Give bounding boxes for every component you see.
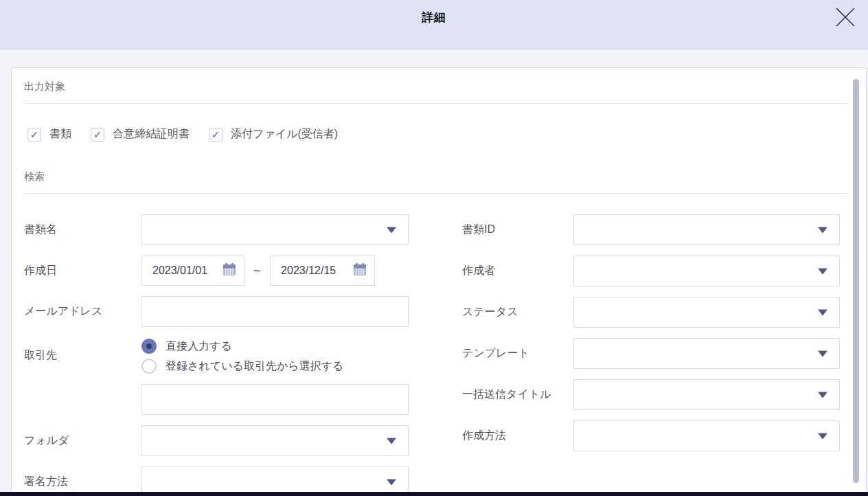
document-id-label: 書類ID — [462, 223, 573, 237]
checkbox-label: 合意締結証明書 — [113, 127, 190, 142]
close-icon — [833, 5, 858, 32]
date-from-input[interactable]: 2023/01/01 — [141, 256, 244, 286]
folder-select[interactable] — [141, 425, 409, 456]
row-document-id: 書類ID — [462, 214, 841, 245]
checkbox-label: 添付ファイル(受信者) — [231, 127, 338, 142]
signature-method-label: 署名方法 — [24, 475, 141, 489]
date-to-input[interactable]: 2023/12/15 — [270, 256, 375, 286]
radio-unselected-icon[interactable] — [141, 359, 157, 374]
radio-direct-input[interactable]: 直接入力する — [141, 339, 343, 354]
row-template: テンプレート — [462, 338, 841, 369]
output-checkbox-row: ✓ 書類 ✓ 合意締結証明書 ✓ 添付ファイル(受信者) — [27, 127, 848, 142]
creation-method-label: 作成方法 — [462, 429, 573, 443]
row-creator: 作成者 — [462, 256, 841, 286]
dialog-header: 詳細 — [0, 0, 868, 49]
date-from-value: 2023/01/01 — [152, 264, 207, 277]
radio-select-registered[interactable]: 登録されている取引先から選択する — [141, 359, 343, 374]
email-label: メールアドレス — [24, 304, 141, 319]
dropdown-caret-icon — [818, 268, 827, 274]
template-select[interactable] — [573, 338, 840, 369]
row-status: ステータス — [462, 297, 841, 328]
dropdown-caret-icon — [818, 227, 827, 233]
radio-selected-icon[interactable] — [141, 339, 157, 354]
bulk-send-title-select[interactable] — [573, 379, 840, 410]
radio-label: 登録されている取引先から選択する — [165, 359, 343, 374]
row-document-name: 書類名 — [24, 214, 414, 245]
status-select[interactable] — [573, 297, 840, 328]
document-name-select[interactable] — [141, 214, 409, 245]
search-section-title: 検索 — [24, 165, 848, 194]
close-button[interactable] — [831, 4, 860, 33]
partner-input[interactable] — [141, 384, 409, 415]
row-partner: 取引先 直接入力する 登録されている取引先から選択する — [24, 337, 414, 374]
dropdown-caret-icon — [818, 392, 827, 398]
details-panel: 出力対象 ✓ 書類 ✓ 合意締結証明書 ✓ 添付ファイル(受信者) 検索 書類名 — [11, 67, 867, 496]
row-creation-method: 作成方法 — [462, 420, 841, 451]
dropdown-caret-icon — [387, 227, 396, 233]
row-bulk-send-title: 一括送信タイトル — [462, 379, 841, 410]
folder-label: フォルダ — [24, 433, 141, 448]
dropdown-caret-icon — [818, 433, 827, 439]
row-created-date: 作成日 2023/01/01 — [24, 256, 414, 286]
output-section-title: 出力対象 — [24, 75, 848, 104]
date-range-separator: ~ — [253, 263, 261, 278]
scrollbar-thumb[interactable] — [853, 79, 859, 483]
dropdown-caret-icon — [387, 438, 396, 444]
checkbox-attached-files[interactable]: ✓ 添付ファイル(受信者) — [209, 127, 338, 142]
dialog-title: 詳細 — [0, 10, 868, 25]
created-date-range: 2023/01/01 — [141, 256, 375, 286]
partner-label: 取引先 — [24, 348, 141, 363]
bottom-edge-bar — [0, 492, 868, 496]
checkbox-checked-icon[interactable]: ✓ — [209, 128, 222, 142]
form-column-right: 書類ID 作成者 ステータス — [462, 214, 841, 496]
checkbox-label: 書類 — [49, 127, 71, 142]
row-folder: フォルダ — [24, 425, 414, 456]
radio-label: 直接入力する — [165, 339, 232, 354]
creator-label: 作成者 — [462, 264, 573, 278]
dropdown-caret-icon — [818, 350, 827, 357]
checkbox-checked-icon[interactable]: ✓ — [27, 128, 41, 142]
row-partner-input — [24, 384, 414, 415]
form-column-left: 書類名 作成日 2023/01/01 — [24, 214, 414, 496]
bulk-send-title-label: 一括送信タイトル — [462, 387, 573, 402]
search-section: 検索 書類名 作成日 2023/01/01 — [24, 165, 848, 496]
document-id-select[interactable] — [573, 214, 840, 245]
checkbox-checked-icon[interactable]: ✓ — [91, 128, 104, 142]
creation-method-select[interactable] — [573, 420, 840, 451]
template-label: テンプレート — [462, 346, 573, 361]
calendar-icon[interactable] — [222, 262, 236, 279]
calendar-icon[interactable] — [353, 262, 367, 279]
checkbox-agreement-certificate[interactable]: ✓ 合意締結証明書 — [91, 127, 190, 142]
created-date-label: 作成日 — [24, 264, 141, 278]
document-name-label: 書類名 — [24, 223, 141, 237]
partner-radio-group: 直接入力する 登録されている取引先から選択する — [141, 337, 343, 374]
status-label: ステータス — [462, 305, 573, 319]
row-email: メールアドレス — [24, 296, 414, 327]
date-to-value: 2023/12/15 — [281, 264, 336, 277]
search-form: 書類名 作成日 2023/01/01 — [24, 214, 848, 496]
checkbox-documents[interactable]: ✓ 書類 — [27, 127, 71, 142]
dropdown-caret-icon — [387, 479, 396, 485]
creator-select[interactable] — [573, 256, 840, 286]
email-input[interactable] — [141, 296, 409, 327]
dropdown-caret-icon — [818, 309, 827, 315]
